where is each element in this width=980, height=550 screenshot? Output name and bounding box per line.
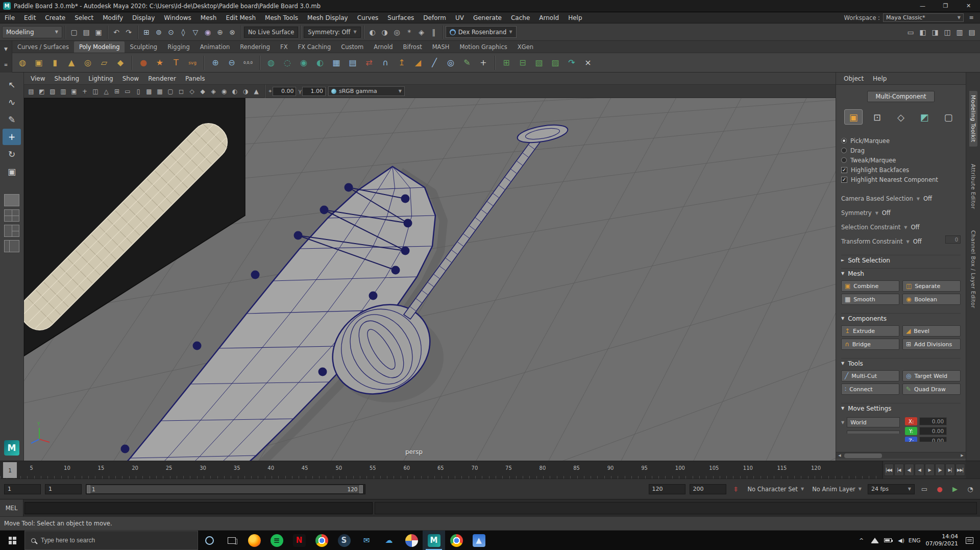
- star-primitive-icon[interactable]: ★: [152, 55, 167, 70]
- multi-cut-icon[interactable]: ╱: [427, 55, 442, 70]
- shelf-tab[interactable]: Rendering: [235, 41, 275, 53]
- anim-preferences-icon[interactable]: ◔: [965, 484, 976, 495]
- radio-row[interactable]: Pick/Marquee: [841, 136, 961, 146]
- timeline-ruler[interactable]: 5101520253035404550556065707580859095100…: [0, 461, 883, 479]
- tool-button[interactable]: ╱Multi-Cut: [841, 370, 899, 381]
- bevel-icon[interactable]: ◢: [410, 55, 426, 70]
- playback-end-field[interactable]: 120: [649, 484, 685, 494]
- bookmark-icon[interactable]: ▥: [58, 86, 68, 97]
- playback-start-field[interactable]: 1: [45, 484, 82, 494]
- uv-grid-3-icon[interactable]: ▧: [531, 55, 547, 70]
- mesh-tool-button[interactable]: ◫Separate: [902, 280, 961, 292]
- selection-constraint-value-field[interactable]: 0: [945, 235, 961, 244]
- menu-item[interactable]: File: [0, 12, 19, 23]
- mesh-tool-button[interactable]: ▣Combine: [841, 280, 899, 292]
- shelf-tab[interactable]: Poly Modeling: [74, 41, 125, 53]
- colorspace-dropdown[interactable]: sRGB gamma ▼: [328, 86, 405, 96]
- move-settings-header[interactable]: ▼ Move Settings: [841, 403, 961, 413]
- bridge-icon[interactable]: ∩: [378, 55, 393, 70]
- construction-plane-icon[interactable]: ⊕: [208, 55, 223, 70]
- playback-loop-icon[interactable]: ▭: [919, 484, 930, 495]
- viewport-menu-item[interactable]: Show: [118, 73, 143, 85]
- new-scene-icon[interactable]: ▢: [68, 26, 80, 38]
- undo-icon[interactable]: ↶: [110, 26, 122, 38]
- tools-section-header[interactable]: ▼ Tools: [841, 358, 961, 368]
- menu-item[interactable]: Windows: [159, 12, 196, 23]
- search-input[interactable]: [41, 537, 191, 544]
- component-tool-button[interactable]: ◢Bevel: [902, 325, 961, 337]
- taskbar-search[interactable]: [24, 531, 198, 550]
- language-indicator[interactable]: ENG: [909, 531, 921, 550]
- task-view-button[interactable]: [220, 531, 243, 550]
- command-result-field[interactable]: [375, 502, 977, 514]
- viewport-menu-item[interactable]: Renderer: [143, 73, 181, 85]
- components-section-header[interactable]: ▼ Components: [841, 313, 961, 323]
- option-dropdown-row[interactable]: Symmetry ▼ Off: [841, 206, 961, 220]
- range-handle-left[interactable]: [87, 485, 90, 493]
- symmetry-dropdown[interactable]: Symmetry: Off ▼: [304, 27, 360, 38]
- ao-icon[interactable]: ◑: [240, 86, 251, 97]
- scale-tool[interactable]: ▣: [3, 163, 21, 180]
- wifi-icon[interactable]: [869, 531, 881, 550]
- step-back-key-button[interactable]: |◀: [894, 464, 904, 476]
- camera-attributes-icon[interactable]: ▧: [47, 86, 58, 97]
- open-scene-icon[interactable]: ▤: [80, 26, 92, 38]
- spotify-icon[interactable]: ≡: [265, 531, 288, 550]
- hypershade-icon[interactable]: ◈: [415, 26, 428, 38]
- menu-item[interactable]: Display: [128, 12, 159, 23]
- exposure-field[interactable]: 0.00: [273, 87, 296, 96]
- viewport-menu-item[interactable]: Lighting: [84, 73, 118, 85]
- workspace-options-icon[interactable]: ≡: [967, 13, 976, 22]
- multi-component-button[interactable]: Multi-Component: [867, 91, 935, 102]
- action-center-button[interactable]: [963, 531, 975, 550]
- outliner-toggle-icon[interactable]: ▤: [966, 26, 978, 38]
- set-key-icon[interactable]: ‡: [730, 484, 742, 495]
- axis-value-field[interactable]: 0.00: [919, 427, 947, 435]
- menu-item[interactable]: Mesh: [196, 12, 222, 23]
- chrome-2-icon[interactable]: [445, 531, 468, 550]
- textured-mode-icon[interactable]: ◈: [208, 86, 218, 97]
- menu-item[interactable]: Surfaces: [383, 12, 419, 23]
- checkbox-row[interactable]: Highlight Backfaces: [841, 165, 961, 175]
- shelf-tab[interactable]: Animation: [195, 41, 235, 53]
- user-account-dropdown[interactable]: Dex Rosenbrand ▼: [446, 26, 517, 38]
- radio-row[interactable]: Tweak/Marquee: [841, 155, 961, 165]
- save-scene-icon[interactable]: ▣: [92, 26, 105, 38]
- shelf-tab[interactable]: MASH: [427, 41, 455, 53]
- safe-title-icon[interactable]: ◻: [176, 86, 186, 97]
- single-pane-toggle-icon[interactable]: ▭: [904, 26, 917, 38]
- mesh-tool-button[interactable]: ▦Smooth: [841, 294, 899, 305]
- poly-sphere-icon[interactable]: ◍: [15, 55, 30, 70]
- play-backwards-button[interactable]: ◀: [915, 464, 924, 476]
- channel-box-toggle-icon[interactable]: ▥: [953, 26, 966, 38]
- layout-three-pane-button[interactable]: [4, 225, 19, 237]
- snap-grid-icon[interactable]: ⊞: [140, 26, 153, 38]
- shelf-tab[interactable]: Arnold: [369, 41, 398, 53]
- radio-row[interactable]: Drag: [841, 146, 961, 155]
- shadows-icon[interactable]: ◐: [230, 86, 240, 97]
- hidden-icons-button[interactable]: ^: [855, 531, 868, 550]
- move-axis-dropdown[interactable]: World: [847, 417, 900, 427]
- two-d-pan-zoom-icon[interactable]: +: [80, 86, 90, 97]
- viewport-menu-item[interactable]: Shading: [50, 73, 84, 85]
- option-dropdown-row[interactable]: Selection Constraint ▼ Off: [841, 220, 961, 234]
- layout-two-pane-button[interactable]: [4, 240, 19, 252]
- face-mode-icon[interactable]: ◩: [916, 109, 934, 125]
- shelf-tab[interactable]: Motion Graphics: [454, 41, 512, 53]
- shelf-tab[interactable]: Curves / Surfaces: [12, 41, 74, 53]
- construction-history-icon[interactable]: ⊕: [214, 26, 226, 38]
- sidebar-vertical-tab[interactable]: Attribute Editor: [969, 160, 977, 213]
- separate-icon[interactable]: ◌: [280, 55, 295, 70]
- tool-button[interactable]: ✎Quad Draw: [902, 384, 961, 395]
- attribute-editor-toggle-icon[interactable]: ◨: [929, 26, 941, 38]
- menu-item[interactable]: Generate: [469, 12, 506, 23]
- extrude-icon[interactable]: ↥: [394, 55, 409, 70]
- soft-selection-header[interactable]: ► Soft Selection: [841, 255, 961, 265]
- mesh-tool-button[interactable]: ◉Boolean: [902, 294, 961, 305]
- shelf-tab[interactable]: XGen: [512, 41, 538, 53]
- lights-icon[interactable]: ◉: [219, 86, 229, 97]
- safe-action-icon[interactable]: ▢: [165, 86, 176, 97]
- grid-toggle-icon[interactable]: ⊞: [112, 86, 122, 97]
- axis-value-field[interactable]: 0.00: [919, 417, 947, 425]
- type-tool-icon[interactable]: T: [168, 55, 184, 70]
